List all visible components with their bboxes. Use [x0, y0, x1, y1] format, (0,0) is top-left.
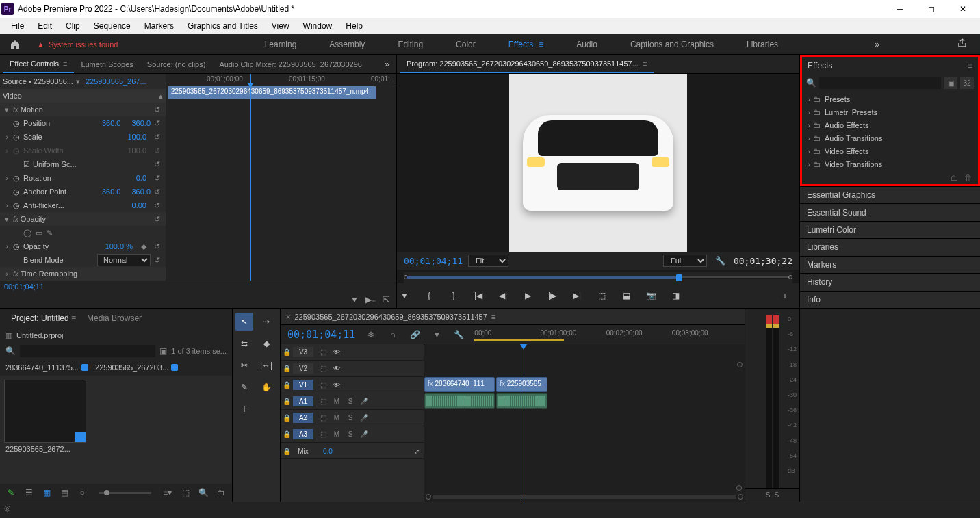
menu-graphics[interactable]: Graphics and Titles — [181, 18, 265, 34]
eye-icon[interactable]: 👁 — [330, 348, 344, 356]
export-frame-icon[interactable]: 📷 — [643, 288, 658, 303]
lock-icon[interactable]: 🔒 — [281, 414, 293, 422]
tab-media-browser[interactable]: Media Browser — [81, 311, 147, 326]
close-sequence-icon[interactable]: × — [286, 313, 290, 321]
filter-bin-icon[interactable]: ▣ — [159, 346, 167, 356]
ec-position[interactable]: ◷Position360.0360.0↺ — [0, 116, 166, 130]
selection-tool-icon[interactable]: ↖ — [235, 313, 253, 331]
effects-folder-audio-transitions[interactable]: ›🗀Audio Transitions — [802, 131, 978, 144]
snap-icon[interactable]: ❄ — [365, 330, 377, 339]
panel-info[interactable]: Info — [800, 291, 980, 308]
solo-left[interactable]: S — [766, 491, 771, 499]
marker-add-icon[interactable]: ▼ — [430, 330, 443, 339]
scrub-end-icon[interactable] — [788, 275, 792, 279]
maximize-button[interactable]: ◻ — [916, 0, 947, 18]
panel-menu-icon[interactable]: ≡ — [968, 61, 972, 70]
timeline-clip-video-1[interactable]: fx 283664740_111 — [424, 377, 495, 392]
program-video-view[interactable] — [397, 74, 799, 252]
comparison-icon[interactable]: ◨ — [668, 288, 683, 303]
lock-icon[interactable]: 🔒 — [281, 348, 293, 356]
project-thumb[interactable]: 225903565_2672... — [4, 380, 86, 480]
pen-tool-icon[interactable]: ✎ — [235, 378, 253, 396]
ec-video-header[interactable]: Video▴ — [0, 89, 166, 103]
icon-view-icon[interactable]: ▦ — [41, 487, 52, 498]
mic-icon[interactable]: 🎤 — [357, 398, 371, 405]
lock-icon[interactable]: 🔒 — [281, 398, 293, 405]
ec-playhead[interactable] — [250, 74, 251, 281]
new-bin-icon[interactable]: 🗀 — [216, 487, 227, 498]
track-a3[interactable]: 🔒A3⬚MS🎤 — [281, 426, 424, 443]
sync-lock-icon[interactable]: ⬚ — [316, 398, 330, 405]
reset-icon[interactable]: ↺ — [151, 242, 163, 251]
track-v3[interactable]: 🔒V3⬚👁 — [281, 344, 424, 361]
tab-effect-controls[interactable]: Effect Controls≡ — [3, 55, 74, 73]
menu-view[interactable]: View — [265, 18, 296, 34]
effects-folder-lumetri[interactable]: ›🗀Lumetri Presets — [802, 105, 978, 118]
track-v2[interactable]: 🔒V2⬚👁 — [281, 361, 424, 377]
minimize-button[interactable]: ─ — [884, 0, 916, 18]
tab-project[interactable]: Project: Untitled ≡ — [5, 311, 81, 326]
lift-icon[interactable]: ⬚ — [594, 288, 609, 303]
ec-mask-tools[interactable]: ◯▭✎ — [0, 226, 166, 239]
menu-edit[interactable]: Edit — [31, 18, 59, 34]
program-tc-left[interactable]: 00;01;04;11 — [404, 256, 463, 266]
timeline-hscroll[interactable] — [424, 493, 745, 500]
type-tool-icon[interactable]: T — [235, 400, 253, 418]
system-warning[interactable]: ▲ System issues found — [37, 40, 118, 49]
menu-sequence[interactable]: Sequence — [87, 18, 138, 34]
zoom-out-icon[interactable]: ○ — [77, 487, 88, 498]
track-v1[interactable]: 🔒V1⬚👁 — [281, 377, 424, 393]
find-icon[interactable]: 🔍 — [198, 487, 209, 498]
track-mix[interactable]: 🔒Mix0.0⤢ — [281, 443, 424, 459]
ws-audio[interactable]: Audio — [560, 34, 614, 55]
effects-folder-video-transitions[interactable]: ›🗀Video Transitions — [802, 157, 978, 170]
ec-blendmode[interactable]: Blend ModeNormal↺ — [0, 253, 166, 267]
scrub-playhead[interactable] — [676, 274, 682, 281]
track-select-icon[interactable]: ⇢ — [257, 313, 275, 331]
panel-menu-icon[interactable]: ≡ — [491, 313, 495, 321]
ec-ruler[interactable]: 00;01;00;00 00;01;15;00 00;01; — [166, 74, 396, 86]
hand-tool-icon[interactable]: ✋ — [257, 378, 275, 396]
lock-icon[interactable]: 🔒 — [281, 381, 293, 389]
timeline-clip-video-2[interactable]: fx 225903565_ — [496, 377, 547, 392]
ec-motion[interactable]: ▾fxMotion↺ — [0, 103, 166, 116]
eye-icon[interactable]: 👁 — [330, 381, 344, 389]
magnet-icon[interactable]: ∩ — [387, 330, 399, 339]
program-scrubber[interactable] — [404, 272, 792, 283]
work-area-bar[interactable] — [474, 339, 564, 341]
extract-icon[interactable]: ⬓ — [619, 288, 634, 303]
delete-icon[interactable]: 🗑 — [964, 173, 972, 183]
in-point-icon[interactable]: { — [422, 288, 437, 303]
timeline-clip-audio-2[interactable] — [496, 393, 547, 409]
ws-learning[interactable]: Learning — [248, 34, 313, 55]
panel-lumetri-color[interactable]: Lumetri Color — [800, 221, 980, 238]
checkbox-checked-icon[interactable]: ☑ — [23, 160, 30, 169]
bin-item-1[interactable]: 283664740_111375... — [5, 363, 88, 372]
effects-search-input[interactable] — [819, 77, 941, 89]
ec-opacity-val[interactable]: ›◷Opacity100.0 %◆↺ — [0, 239, 166, 253]
lock-icon[interactable]: 🔒 — [281, 365, 293, 372]
panel-history[interactable]: History — [800, 273, 980, 290]
timeline-vscroll[interactable] — [736, 361, 743, 492]
eye-icon[interactable]: 👁 — [330, 365, 344, 372]
rate-stretch-icon[interactable]: ◆ — [257, 335, 275, 352]
menu-help[interactable]: Help — [339, 18, 370, 34]
ws-assembly[interactable]: Assembly — [313, 34, 381, 55]
close-button[interactable]: ✕ — [947, 0, 979, 18]
reset-icon[interactable]: ↺ — [151, 256, 163, 265]
filter-icon[interactable]: ▼ — [350, 295, 359, 305]
sync-lock-icon[interactable]: ⬚ — [316, 365, 330, 372]
thumb-size-slider[interactable] — [99, 492, 151, 494]
blend-mode-select[interactable]: Normal — [97, 254, 151, 266]
sync-lock-icon[interactable]: ⬚ — [316, 414, 330, 422]
ec-scale[interactable]: ›◷Scale100.0↺ — [0, 130, 166, 144]
effects-folder-presets[interactable]: ›🗀Presets — [802, 92, 978, 105]
tab-lumetri-scopes[interactable]: Lumetri Scopes — [74, 56, 140, 73]
lock-icon[interactable]: 🔒 — [281, 448, 293, 455]
timeline-ruler[interactable]: 00;00 00;01;00;00 00;02;00;00 00;03;00;0… — [474, 328, 738, 341]
reset-icon[interactable]: ↺ — [151, 187, 163, 196]
ws-color[interactable]: Color — [439, 34, 492, 55]
tab-audio-mixer[interactable]: Audio Clip Mixer: 225903565_2672030296 — [212, 56, 369, 73]
sync-lock-icon[interactable]: ⬚ — [316, 348, 330, 356]
ws-effects-menu-icon[interactable]: ≡ — [539, 40, 543, 49]
